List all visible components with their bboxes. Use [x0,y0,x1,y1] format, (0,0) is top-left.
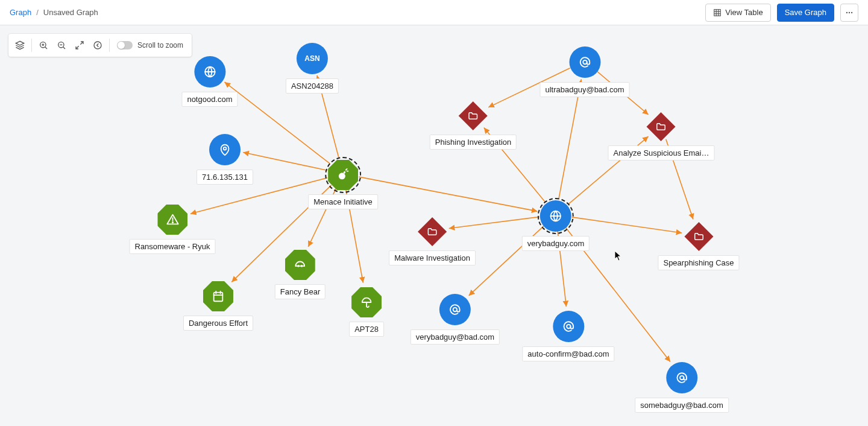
map-pin-icon [209,134,241,165]
folder-icon [684,222,713,251]
scroll-zoom-toggle[interactable] [117,41,133,49]
svg-point-38 [453,308,457,311]
view-table-label: View Table [725,8,763,17]
node-label: Fancy Bear [275,284,326,299]
node-label: Menace Initiative [308,194,378,209]
node-label: Ransomeware - Ryuk [130,239,216,254]
graph-node[interactable]: verybadguy.com [522,200,590,251]
folder-icon [647,112,676,141]
alert-icon [157,205,187,235]
graph-node[interactable]: auto-confirm@bad.com [522,311,614,361]
header-actions: View Table Save Graph [705,4,858,22]
svg-point-29 [172,222,172,223]
fit-screen-button[interactable] [71,36,89,54]
svg-point-19 [339,173,345,179]
umbrella-icon [351,287,382,317]
save-graph-label: Save Graph [785,8,826,17]
svg-marker-8 [16,41,24,45]
graph-node[interactable]: 71.6.135.131 [197,134,253,185]
asn-icon: ASN [297,43,328,74]
graph-node[interactable]: ASNASN204288 [286,43,339,94]
graph-edge [559,79,581,199]
graph-node[interactable]: somebadguy@bad.com [635,362,729,413]
svg-point-37 [583,60,587,64]
node-label: auto-confirm@bad.com [522,346,614,361]
node-label: Malware Investigation [389,250,476,265]
breadcrumb-separator: / [36,8,39,17]
svg-line-14 [63,47,65,49]
graph-node[interactable]: Fancy Bear [275,250,326,299]
globe-icon [540,200,571,232]
zoom-in-button[interactable] [34,36,52,54]
at-icon [553,311,584,342]
svg-rect-0 [714,9,721,16]
graph-node[interactable]: Phishing Investigation [430,101,517,150]
globe-icon [194,56,225,87]
svg-point-7 [851,11,852,13]
graph-node[interactable]: Malware Investigation [389,217,476,265]
scroll-zoom-label: Scroll to zoom [137,41,183,49]
graph-edge [359,177,538,211]
node-label: verybadguy@bad.com [410,329,500,345]
node-label: ASN204288 [286,78,339,94]
view-table-button[interactable]: View Table [705,4,770,22]
svg-point-40 [680,376,684,380]
maximize-icon [75,40,84,50]
more-menu-button[interactable] [840,4,858,22]
table-icon [713,8,722,17]
folder-icon [459,101,488,130]
at-icon [569,46,600,78]
node-label: Dangerous Effort [183,316,253,331]
graph-node[interactable]: APT28 [349,287,384,337]
node-label: Analyze Suspicious Emai… [608,145,715,161]
node-label: notgood.com [181,92,237,107]
svg-line-16 [80,42,83,45]
svg-point-6 [849,11,850,13]
node-label: APT28 [349,322,384,337]
graph-node[interactable]: Spearphishing Case [658,222,739,270]
graph-node[interactable]: ultrabadguy@bad.com [540,46,630,97]
hacker-icon [285,250,315,280]
graph-node[interactable]: Analyze Suspicious Emai… [608,112,715,161]
svg-point-27 [224,147,227,150]
layers-icon [15,40,25,50]
svg-line-17 [76,46,79,49]
folder-icon [418,217,447,246]
graph-node[interactable]: notgood.com [181,56,237,107]
graph-node[interactable]: Menace Initiative [308,160,378,209]
bomb-icon [328,160,358,190]
at-icon [666,362,697,393]
graph-node[interactable]: Dangerous Effort [183,281,253,331]
graph-node[interactable]: verybadguy@bad.com [410,294,500,345]
node-label: 71.6.135.131 [197,170,253,185]
graph-node[interactable]: Ransomeware - Ryuk [130,205,216,254]
toolbar-separator [31,39,32,52]
node-label: ultrabadguy@bad.com [540,82,630,97]
breadcrumb-current: Unsaved Graph [43,8,98,17]
svg-line-21 [346,169,347,170]
save-graph-button[interactable]: Save Graph [777,4,834,22]
graph-canvas[interactable]: Menace Initiativeverybadguy.comnotgood.c… [0,25,868,426]
toolbar-separator [109,39,110,52]
node-label: somebadguy@bad.com [635,398,729,413]
svg-rect-30 [214,293,223,302]
svg-line-10 [45,47,47,49]
breadcrumb-root-link[interactable]: Graph [10,8,31,17]
svg-point-5 [846,11,848,13]
svg-point-18 [94,42,101,49]
at-icon [439,294,471,325]
skip-back-icon [93,40,102,50]
zoom-out-button[interactable] [52,36,71,54]
reset-layout-button[interactable] [89,36,107,54]
header-bar: Graph / Unsaved Graph View Table Save Gr… [0,0,868,25]
zoom-out-icon [57,40,66,50]
more-horizontal-icon [845,8,854,17]
svg-point-23 [551,211,561,221]
calendar-icon [203,281,233,311]
svg-point-39 [567,325,570,328]
node-label: Spearphishing Case [658,255,739,270]
graph-toolbar: Scroll to zoom [8,34,192,57]
layers-button[interactable] [11,36,29,54]
zoom-in-icon [39,40,48,50]
mouse-cursor-icon [614,250,623,261]
